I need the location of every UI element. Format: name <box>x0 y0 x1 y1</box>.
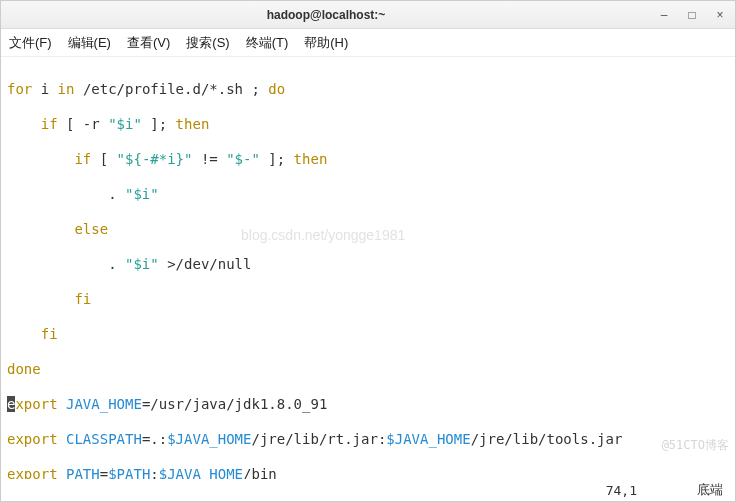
menu-help[interactable]: 帮助(H) <box>304 34 348 52</box>
titlebar: hadoop@localhost:~ – □ × <box>1 1 735 29</box>
position-mode: 底端 <box>697 481 723 499</box>
window-title: hadoop@localhost:~ <box>7 8 645 22</box>
menu-search[interactable]: 搜索(S) <box>186 34 229 52</box>
terminal-content[interactable]: for i in /etc/profile.d/*.sh ; do if [ -… <box>1 57 735 479</box>
minimize-button[interactable]: – <box>655 6 673 24</box>
menu-file[interactable]: 文件(F) <box>9 34 52 52</box>
cursor-position: 74,1 <box>606 483 637 498</box>
menu-edit[interactable]: 编辑(E) <box>68 34 111 52</box>
maximize-button[interactable]: □ <box>683 6 701 24</box>
close-button[interactable]: × <box>711 6 729 24</box>
statusbar: 74,1 底端 <box>1 479 735 501</box>
kw-for: for <box>7 81 32 97</box>
terminal-window: hadoop@localhost:~ – □ × 文件(F) 编辑(E) 查看(… <box>0 0 736 502</box>
corner-watermark: @51CTO博客 <box>662 438 729 453</box>
menu-terminal[interactable]: 终端(T) <box>246 34 289 52</box>
menu-view[interactable]: 查看(V) <box>127 34 170 52</box>
menubar: 文件(F) 编辑(E) 查看(V) 搜索(S) 终端(T) 帮助(H) <box>1 29 735 57</box>
